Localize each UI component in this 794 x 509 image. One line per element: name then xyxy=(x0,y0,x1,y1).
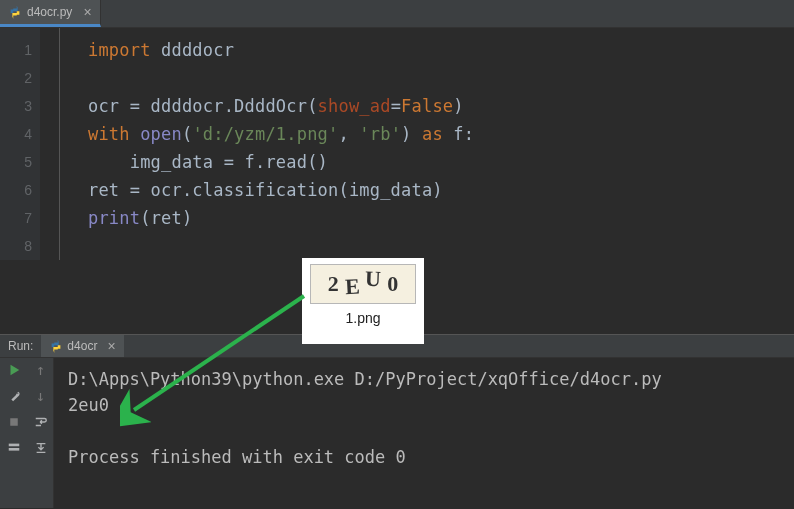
console-line: 2eu0 xyxy=(68,395,109,415)
line-number: 2 xyxy=(0,64,32,92)
svg-rect-0 xyxy=(10,418,18,426)
scroll-to-end-icon[interactable] xyxy=(33,440,49,456)
svg-rect-1 xyxy=(9,444,20,447)
arrow-up-icon[interactable]: ↑ xyxy=(33,362,49,378)
captcha-char: 2 xyxy=(328,271,339,297)
layout-icon[interactable] xyxy=(6,440,22,456)
arrow-down-icon[interactable]: ↓ xyxy=(33,388,49,404)
captcha-char: 0 xyxy=(387,271,398,297)
close-icon[interactable]: × xyxy=(107,338,115,354)
python-file-icon xyxy=(8,5,22,19)
python-file-icon xyxy=(49,339,63,353)
line-gutter: 1 2 3 4 5 6 7 8 xyxy=(0,28,40,260)
line-number: 3 xyxy=(0,92,32,120)
line-number: 1 xyxy=(0,36,32,64)
run-tab[interactable]: d4ocr × xyxy=(41,335,123,357)
captcha-image: 2 E U 0 xyxy=(310,264,416,304)
soft-wrap-icon[interactable] xyxy=(33,414,49,430)
run-label: Run: xyxy=(8,339,33,353)
file-tab-d4ocr[interactable]: d4ocr.py × xyxy=(0,0,101,27)
wrench-icon[interactable] xyxy=(6,388,22,404)
captcha-char: E xyxy=(344,274,360,301)
run-panel: ↑ ↓ D:\Apps\Python39\python.exe D:/PyPro… xyxy=(0,358,794,508)
line-number: 8 xyxy=(0,232,32,260)
run-tab-label: d4ocr xyxy=(67,339,97,353)
file-tab-bar: d4ocr.py × xyxy=(0,0,794,28)
rerun-icon[interactable] xyxy=(6,362,22,378)
console-output[interactable]: D:\Apps\Python39\python.exe D:/PyProject… xyxy=(54,358,662,508)
stop-icon[interactable] xyxy=(6,414,22,430)
close-icon[interactable]: × xyxy=(83,4,91,20)
line-number: 4 xyxy=(0,120,32,148)
line-number: 6 xyxy=(0,176,32,204)
captcha-char: U xyxy=(365,266,382,293)
console-line: Process finished with exit code 0 xyxy=(68,447,406,467)
line-number: 5 xyxy=(0,148,32,176)
captcha-preview: 2 E U 0 1.png xyxy=(302,258,424,344)
captcha-filename: 1.png xyxy=(345,310,380,326)
run-toolbar-secondary: ↑ ↓ xyxy=(28,358,54,508)
run-toolbar-primary xyxy=(0,358,28,508)
svg-rect-2 xyxy=(9,448,20,451)
file-tab-label: d4ocr.py xyxy=(27,5,72,19)
line-number: 7 xyxy=(0,204,32,232)
console-line: D:\Apps\Python39\python.exe D:/PyProject… xyxy=(68,369,662,389)
